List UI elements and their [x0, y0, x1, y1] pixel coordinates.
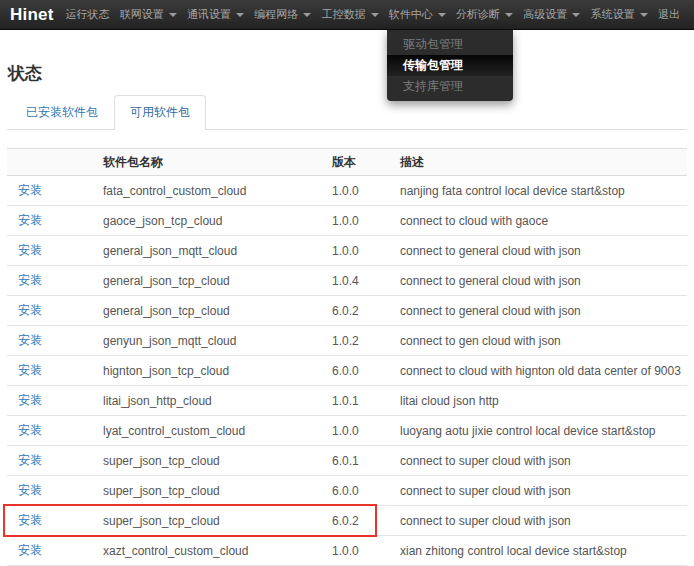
table-row: 安装lyat_control_custom_cloud1.0.0luoyang … [7, 416, 687, 446]
cell-action: 安装 [7, 542, 100, 559]
cell-description: connect to general cloud with json [393, 244, 687, 258]
nav-item-9[interactable]: 退出 [654, 0, 684, 30]
install-link[interactable]: 安装 [18, 333, 42, 347]
caret-down-icon [169, 13, 177, 17]
caret-down-icon [236, 13, 244, 17]
install-link[interactable]: 安装 [18, 393, 42, 407]
caret-down-icon [371, 13, 379, 17]
cell-description: connect to super cloud with json [393, 454, 687, 468]
cell-package-name: litai_json_http_cloud [100, 394, 325, 408]
brand-logo[interactable]: Hinet [10, 5, 54, 25]
cell-description: connect to gen cloud with json [393, 334, 687, 348]
nav-item-0[interactable]: 运行状态 [62, 0, 114, 30]
table-row: 安装general_json_tcp_cloud1.0.4connect to … [7, 266, 687, 296]
nav-item-label: 系统设置 [591, 7, 635, 22]
cell-version: 1.0.2 [325, 334, 393, 348]
caret-down-icon [303, 13, 311, 17]
nav-item-label: 工控数据 [322, 7, 366, 22]
nav-item-6[interactable]: 分析诊断 [452, 0, 517, 30]
dropdown-item-0[interactable]: 驱动包管理 [387, 34, 513, 55]
header-package-name: 软件包名称 [100, 154, 325, 171]
cell-version: 1.0.4 [325, 274, 393, 288]
table-row: 安装gaoce_json_tcp_cloud1.0.0connect to cl… [7, 206, 687, 236]
top-navbar: Hinet 运行状态联网设置通讯设置编程网络工控数据软件中心分析诊断高级设置系统… [0, 0, 694, 30]
nav-item-label: 通讯设置 [187, 7, 231, 22]
dropdown-item-1[interactable]: 传输包管理 [387, 55, 513, 76]
cell-version: 1.0.0 [325, 214, 393, 228]
dropdown-item-2[interactable]: 支持库管理 [387, 76, 513, 97]
caret-down-icon [505, 13, 513, 17]
cell-action: 安装 [7, 212, 100, 229]
cell-description: connect to super cloud with json [393, 484, 687, 498]
table-row: 安装litai_json_http_cloud1.0.1litai cloud … [7, 386, 687, 416]
nav-item-4[interactable]: 工控数据 [318, 0, 383, 30]
cell-action: 安装 [7, 392, 100, 409]
tab-1[interactable]: 可用软件包 [114, 95, 206, 130]
nav-item-8[interactable]: 系统设置 [587, 0, 652, 30]
install-link[interactable]: 安装 [18, 453, 42, 467]
install-link[interactable]: 安装 [18, 213, 42, 227]
nav-item-7[interactable]: 高级设置 [519, 0, 584, 30]
cell-package-name: super_json_tcp_cloud [100, 454, 325, 468]
cell-package-name: general_json_mqtt_cloud [100, 244, 325, 258]
cell-action: 安装 [7, 272, 100, 289]
install-link[interactable]: 安装 [18, 243, 42, 257]
cell-version: 6.0.0 [325, 484, 393, 498]
nav-item-label: 运行状态 [66, 7, 110, 22]
table-header-row: 软件包名称 版本 描述 [7, 148, 687, 176]
install-link[interactable]: 安装 [18, 513, 42, 527]
nav-item-label: 编程网络 [254, 7, 298, 22]
table-row: 安装super_json_tcp_cloud6.0.0connect to su… [7, 476, 687, 506]
nav-item-label: 分析诊断 [456, 7, 500, 22]
install-link[interactable]: 安装 [18, 483, 42, 497]
cell-action: 安装 [7, 452, 100, 469]
page-title: 状态 [8, 62, 687, 85]
nav-item-label: 联网设置 [120, 7, 164, 22]
cell-version: 6.0.1 [325, 454, 393, 468]
cell-version: 6.0.2 [325, 514, 393, 528]
table-row: 安装fata_control_custom_cloud1.0.0nanjing … [7, 176, 687, 206]
install-link[interactable]: 安装 [18, 273, 42, 287]
cell-version: 1.0.0 [325, 244, 393, 258]
table-row: 安装hignton_json_tcp_cloud6.0.0connect to … [7, 356, 687, 386]
header-version: 版本 [325, 154, 393, 171]
table-row: 安装general_json_mqtt_cloud1.0.0connect to… [7, 236, 687, 266]
cell-package-name: gaoce_json_tcp_cloud [100, 214, 325, 228]
software-center-dropdown: 驱动包管理传输包管理支持库管理 [387, 30, 513, 101]
cell-version: 1.0.1 [325, 394, 393, 408]
install-link[interactable]: 安装 [18, 543, 42, 557]
cell-description: nanjing fata control local device start&… [393, 184, 687, 198]
nav-item-3[interactable]: 编程网络 [250, 0, 315, 30]
install-link[interactable]: 安装 [18, 423, 42, 437]
caret-down-icon [438, 13, 446, 17]
cell-package-name: genyun_json_mqtt_cloud [100, 334, 325, 348]
cell-version: 6.0.2 [325, 304, 393, 318]
nav-item-5[interactable]: 软件中心 [385, 0, 450, 30]
tab-0[interactable]: 已安装软件包 [10, 95, 114, 130]
install-link[interactable]: 安装 [18, 363, 42, 377]
nav-item-2[interactable]: 通讯设置 [183, 0, 248, 30]
nav-item-label: 退出 [658, 7, 680, 22]
install-link[interactable]: 安装 [18, 303, 42, 317]
cell-description: connect to general cloud with json [393, 274, 687, 288]
cell-action: 安装 [7, 302, 100, 319]
install-link[interactable]: 安装 [18, 183, 42, 197]
cell-version: 1.0.0 [325, 184, 393, 198]
table-row: 安装super_json_tcp_cloud6.0.1connect to su… [7, 446, 687, 476]
cell-package-name: super_json_tcp_cloud [100, 484, 325, 498]
navbar-items: 运行状态联网设置通讯设置编程网络工控数据软件中心分析诊断高级设置系统设置退出 [62, 0, 685, 30]
cell-action: 安装 [7, 332, 100, 349]
nav-item-label: 软件中心 [389, 7, 433, 22]
cell-description: luoyang aotu jixie control local device … [393, 424, 687, 438]
cell-package-name: fata_control_custom_cloud [100, 184, 325, 198]
cell-package-name: hignton_json_tcp_cloud [100, 364, 325, 378]
cell-description: connect to super cloud with json [393, 514, 687, 528]
nav-item-1[interactable]: 联网设置 [116, 0, 181, 30]
main-content: 状态 已安装软件包可用软件包 软件包名称 版本 描述 安装fata_contro… [0, 62, 694, 566]
cell-action: 安装 [7, 242, 100, 259]
table-row: 安装xazt_control_custom_cloud1.0.0xian zhi… [7, 536, 687, 566]
cell-action: 安装 [7, 182, 100, 199]
table-row: 安装super_json_tcp_cloud6.0.2connect to su… [7, 506, 687, 536]
cell-action: 安装 [7, 512, 100, 529]
table-row: 安装genyun_json_mqtt_cloud1.0.2connect to … [7, 326, 687, 356]
